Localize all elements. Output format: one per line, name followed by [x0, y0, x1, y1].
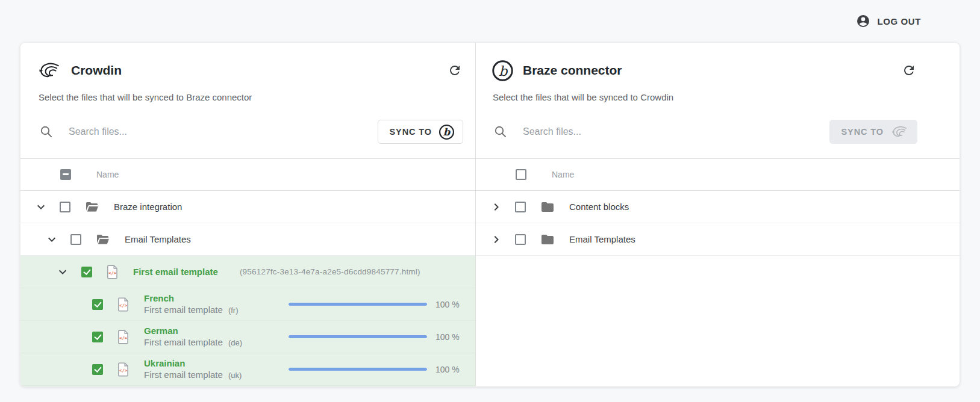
account-circle-icon	[856, 14, 870, 28]
braze-search-input[interactable]	[522, 126, 819, 138]
crowdin-name-column-header: Name	[96, 170, 119, 179]
translation-file-name: First email template(fr)	[144, 304, 238, 316]
crowdin-icon	[890, 125, 909, 139]
crowdin-panel: Crowdin Select the files that will be sy…	[20, 43, 476, 386]
row-checkbox[interactable]	[70, 234, 81, 245]
collapse-chevron-down-icon[interactable]	[55, 265, 70, 279]
crowdin-select-all-checkbox[interactable]	[60, 169, 71, 180]
braze-file-tree: Content blocks Email Templates	[476, 191, 960, 386]
folder-icon	[540, 232, 555, 247]
html-file-icon	[107, 265, 119, 279]
language-name: German	[144, 325, 242, 336]
sync-to-braze-button[interactable]: SYNC TO	[378, 120, 464, 144]
row-checkbox[interactable]	[60, 202, 70, 212]
folder-open-icon	[96, 232, 110, 247]
language-code: (de)	[228, 338, 242, 347]
braze-icon	[492, 60, 514, 82]
braze-panel-title: Braze connector	[523, 63, 622, 78]
search-icon	[493, 125, 508, 139]
progress-percent-label: 100 %	[435, 365, 464, 374]
braze-search-row: SYNC TO	[493, 119, 917, 144]
translation-file-name: First email template(uk)	[144, 369, 242, 381]
language-code: (uk)	[228, 371, 242, 380]
folder-name: Email Templates	[125, 234, 191, 244]
translation-file-name: First email template(de)	[144, 336, 242, 348]
folder-open-icon	[85, 200, 99, 214]
braze-table-header: Name	[476, 158, 960, 191]
row-checkbox-checked[interactable]	[81, 267, 92, 277]
progress-bar	[289, 335, 427, 338]
tree-row-translation[interactable]: Ukrainian First email template(uk) 100 %	[20, 353, 475, 386]
tree-row-folder[interactable]: Email Templates	[476, 223, 960, 256]
html-file-icon	[117, 330, 130, 344]
tree-row-folder[interactable]: Email Templates	[20, 223, 475, 256]
braze-icon	[439, 124, 455, 140]
crowdin-panel-subtitle: Select the files that will be synced to …	[39, 92, 463, 105]
folder-name: Content blocks	[569, 202, 629, 212]
sync-to-braze-label: SYNC TO	[390, 127, 432, 137]
progress-bar	[289, 368, 427, 371]
translation-progress: 100 %	[289, 300, 475, 309]
braze-panel: Braze connector Select the files that wi…	[476, 43, 960, 386]
folder-icon	[540, 200, 555, 214]
refresh-icon	[448, 63, 462, 78]
language-name: French	[144, 292, 238, 304]
braze-select-all-checkbox[interactable]	[516, 169, 526, 180]
crowdin-panel-header: Crowdin	[37, 57, 463, 84]
progress-bar	[289, 303, 427, 306]
crowdin-file-tree: Braze integration Email Templates First …	[20, 191, 475, 386]
row-checkbox-checked[interactable]	[92, 364, 103, 375]
refresh-icon	[902, 63, 916, 78]
tree-row-file-selected[interactable]: First email template (956127fc-3e13-4e7a…	[20, 256, 475, 288]
sync-panels-card: Crowdin Select the files that will be sy…	[20, 42, 960, 387]
crowdin-search-row: SYNC TO	[39, 119, 463, 144]
log-out-button[interactable]: LOG OUT	[852, 13, 925, 29]
folder-name: Email Templates	[569, 234, 635, 244]
sync-to-crowdin-label: SYNC TO	[841, 127, 884, 137]
sync-to-crowdin-button[interactable]: SYNC TO	[829, 120, 918, 144]
crowdin-refresh-button[interactable]	[448, 63, 463, 78]
file-id: (956127fc-3e13-4e7a-a2e5-d6cdd9845777.ht…	[240, 267, 420, 276]
crowdin-table-header: Name	[20, 158, 475, 191]
language-name: Ukrainian	[144, 357, 242, 369]
braze-name-column-header: Name	[552, 170, 574, 179]
braze-panel-subtitle: Select the files that will be synced to …	[493, 92, 947, 105]
crowdin-icon	[37, 61, 62, 80]
crowdin-panel-title: Crowdin	[71, 63, 122, 78]
progress-percent-label: 100 %	[435, 300, 464, 309]
folder-name: Braze integration	[114, 202, 182, 212]
search-icon	[39, 125, 54, 139]
braze-panel-header: Braze connector	[492, 57, 917, 84]
translation-label: Ukrainian First email template(uk)	[144, 357, 242, 381]
translation-progress: 100 %	[289, 332, 475, 342]
language-code: (fr)	[228, 306, 239, 315]
file-name: First email template	[133, 267, 218, 277]
row-checkbox-checked[interactable]	[92, 332, 103, 342]
log-out-label: LOG OUT	[877, 16, 921, 26]
html-file-icon	[117, 362, 130, 377]
tree-row-folder[interactable]: Braze integration	[20, 191, 475, 223]
collapse-chevron-down-icon[interactable]	[45, 232, 59, 247]
row-checkbox-checked[interactable]	[92, 299, 103, 310]
crowdin-search-input[interactable]	[67, 126, 367, 138]
selected-group-filler	[20, 386, 475, 386]
row-checkbox[interactable]	[515, 234, 526, 245]
expand-chevron-right-icon[interactable]	[489, 232, 504, 247]
translation-label: German First email template(de)	[144, 325, 242, 348]
translation-label: French First email template(fr)	[144, 292, 238, 316]
tree-row-translation[interactable]: French First email template(fr) 100 %	[20, 288, 475, 321]
translation-progress: 100 %	[289, 365, 475, 374]
braze-refresh-button[interactable]	[902, 63, 917, 78]
tree-row-folder[interactable]: Content blocks	[476, 191, 960, 223]
html-file-icon	[117, 297, 130, 312]
expand-chevron-right-icon[interactable]	[489, 200, 504, 214]
tree-row-translation[interactable]: German First email template(de) 100 %	[20, 321, 475, 353]
progress-percent-label: 100 %	[435, 332, 464, 342]
collapse-chevron-down-icon[interactable]	[34, 200, 48, 214]
row-checkbox[interactable]	[515, 202, 526, 212]
